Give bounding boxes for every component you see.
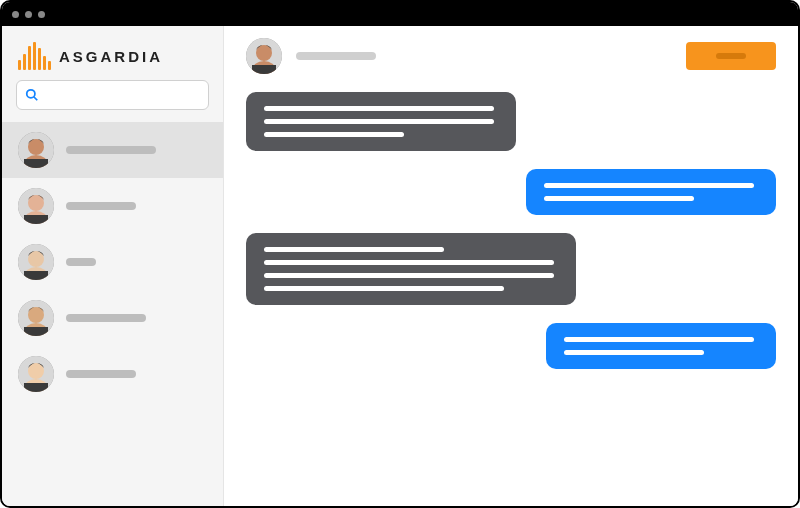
brand-icon — [18, 42, 51, 70]
svg-rect-25 — [252, 65, 276, 74]
contact-item[interactable] — [2, 122, 223, 178]
contact-list — [2, 122, 223, 506]
message-text-line — [264, 260, 554, 265]
message-incoming — [246, 92, 516, 151]
message-text-line — [544, 196, 694, 201]
svg-rect-17 — [24, 327, 48, 336]
contact-preview — [66, 202, 136, 210]
primary-action-label — [716, 53, 746, 59]
contact-preview — [66, 258, 96, 266]
svg-rect-9 — [24, 215, 48, 224]
sidebar: ASGARDIA — [2, 26, 224, 506]
message-incoming — [246, 233, 576, 305]
contact-avatar — [18, 244, 54, 280]
primary-action-button[interactable] — [686, 42, 776, 70]
message-text-line — [264, 106, 494, 111]
active-contact-name — [296, 52, 376, 60]
contact-item[interactable] — [2, 346, 223, 402]
svg-point-0 — [27, 90, 35, 98]
window-dot — [25, 11, 32, 18]
svg-rect-13 — [24, 271, 48, 280]
message-text-line — [264, 273, 554, 278]
message-text-line — [264, 247, 444, 252]
contact-avatar — [18, 132, 54, 168]
svg-rect-5 — [24, 159, 48, 168]
contact-preview — [66, 370, 136, 378]
contact-preview — [66, 146, 156, 154]
contact-item[interactable] — [2, 234, 223, 290]
contact-item[interactable] — [2, 290, 223, 346]
window-dot — [12, 11, 19, 18]
app-window: ASGARDIA — [0, 0, 800, 508]
window-dot — [38, 11, 45, 18]
search-field[interactable] — [45, 88, 200, 103]
search-input[interactable] — [16, 80, 209, 110]
chat-main — [224, 26, 798, 506]
contact-avatar — [18, 300, 54, 336]
search-icon — [25, 88, 39, 102]
titlebar — [2, 2, 798, 26]
contact-avatar — [18, 356, 54, 392]
contact-preview — [66, 314, 146, 322]
message-text-line — [564, 350, 704, 355]
chat-header — [224, 26, 798, 86]
message-text-line — [264, 132, 404, 137]
message-outgoing — [546, 323, 776, 369]
message-text-line — [264, 286, 504, 291]
brand-name: ASGARDIA — [59, 48, 163, 65]
message-list — [224, 86, 798, 506]
contact-avatar — [18, 188, 54, 224]
message-outgoing — [526, 169, 776, 215]
message-text-line — [264, 119, 494, 124]
active-contact-avatar[interactable] — [246, 38, 282, 74]
message-text-line — [564, 337, 754, 342]
svg-rect-21 — [24, 383, 48, 392]
app-body: ASGARDIA — [2, 26, 798, 506]
svg-line-1 — [34, 97, 38, 101]
search-wrap — [2, 80, 223, 122]
contact-item[interactable] — [2, 178, 223, 234]
message-text-line — [544, 183, 754, 188]
brand-logo: ASGARDIA — [2, 26, 223, 80]
